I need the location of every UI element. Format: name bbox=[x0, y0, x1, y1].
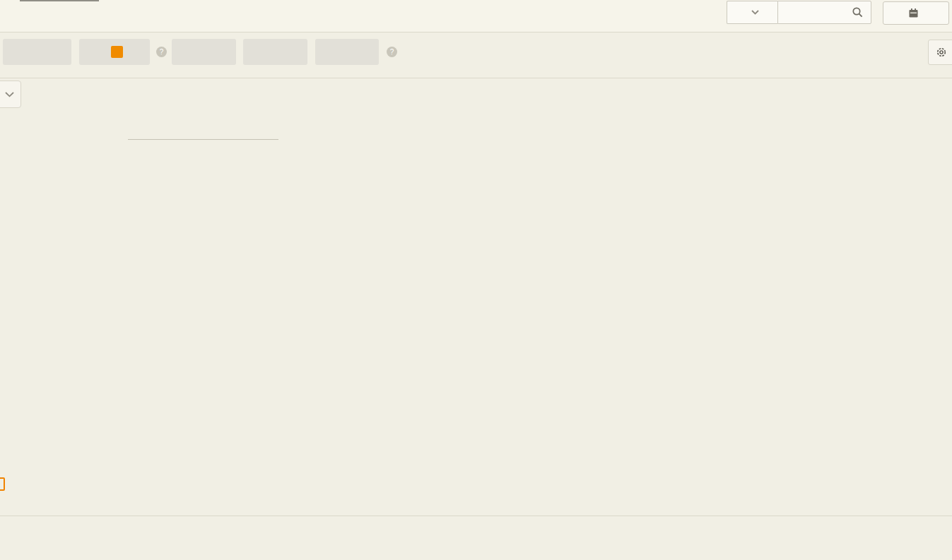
clipped-tab-edge bbox=[20, 0, 99, 1]
search-icon[interactable] bbox=[852, 6, 864, 18]
help-icon[interactable]: ? bbox=[156, 47, 167, 57]
keyword-search-input[interactable] bbox=[778, 7, 852, 18]
modify-match-type-button[interactable] bbox=[3, 39, 71, 65]
page: { "topbar": { "filter_dropdown": { "labe… bbox=[0, 0, 952, 560]
column-settings-button[interactable] bbox=[928, 40, 952, 65]
match-mode-dropdown[interactable] bbox=[727, 1, 777, 24]
clipped-tag-edge bbox=[0, 477, 5, 491]
divider bbox=[0, 78, 952, 78]
tag-button[interactable] bbox=[315, 39, 379, 65]
new-badge bbox=[111, 46, 123, 58]
copy-button[interactable] bbox=[243, 39, 307, 65]
divider bbox=[0, 516, 952, 516]
help-icon[interactable]: ? bbox=[387, 47, 397, 57]
chevron-down-icon bbox=[751, 10, 759, 15]
calendar-icon bbox=[908, 8, 919, 18]
date-range-button[interactable] bbox=[883, 1, 949, 25]
annotation-overlay bbox=[0, 0, 952, 560]
add-follow-button[interactable] bbox=[79, 39, 150, 65]
chevron-down-icon bbox=[5, 92, 14, 97]
rank-group-underline bbox=[128, 139, 278, 140]
divider bbox=[0, 32, 952, 32]
delete-button[interactable] bbox=[172, 39, 236, 65]
keyword-search-box bbox=[777, 1, 871, 24]
gear-icon bbox=[936, 47, 947, 58]
collapse-panel-button[interactable] bbox=[0, 81, 21, 108]
table-header bbox=[0, 113, 952, 162]
